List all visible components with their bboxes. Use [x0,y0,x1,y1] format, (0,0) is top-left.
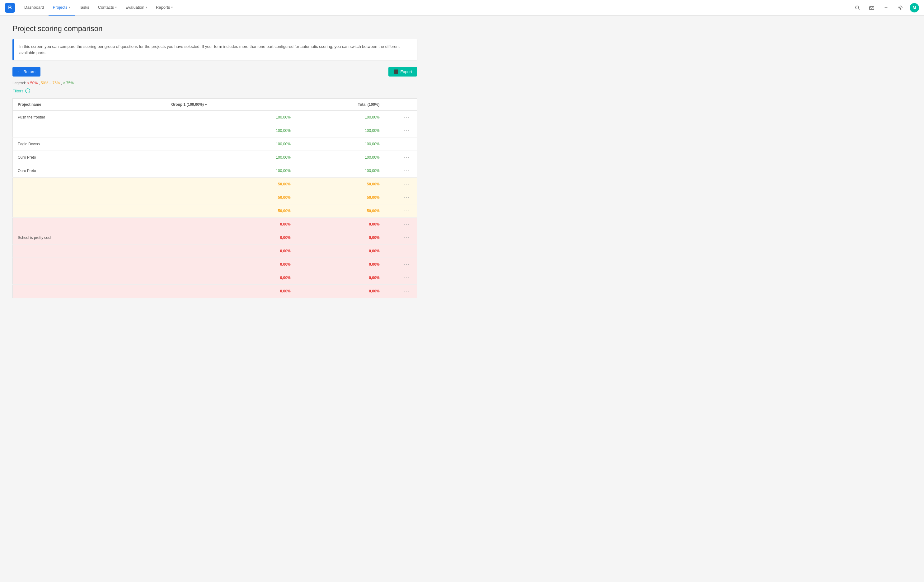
row-actions-button[interactable]: ··· [402,274,412,281]
nav-item-reports[interactable]: Reports ▾ [152,0,177,16]
cell-group-value: 0,00% [166,258,295,271]
table-row: 0,00%0,00%··· [13,218,417,231]
cell-action: ··· [384,164,417,178]
cell-group-value: 100,00% [166,164,295,178]
cell-action: ··· [384,191,417,204]
table-row: 0,00%0,00%··· [13,244,417,258]
cell-group-value: 50,00% [166,191,295,204]
row-actions-button[interactable]: ··· [402,288,412,295]
table-row: 100,00%100,00%··· [13,124,417,137]
table-row: Ouro Preto100,00%100,00%··· [13,151,417,164]
cell-total-value: 100,00% [295,151,384,164]
row-actions-button[interactable]: ··· [402,221,412,228]
cell-total-value: 100,00% [295,111,384,124]
chevron-down-icon: ▾ [69,6,70,9]
legend: Legend: < 50% , 50% – 75% , > 75% [12,81,417,85]
cell-total-value: 100,00% [295,124,384,137]
row-actions-button[interactable]: ··· [402,127,412,134]
cell-group-value: 0,00% [166,244,295,258]
cell-action: ··· [384,137,417,151]
row-actions-button[interactable]: ··· [402,194,412,201]
cell-total-value: 50,00% [295,191,384,204]
cell-action: ··· [384,151,417,164]
score-table: Project name Group 1 (100,00%) ▾ Total (… [12,98,417,298]
chevron-down-icon: ▾ [115,6,117,9]
nav-item-dashboard[interactable]: Dashboard [20,0,49,16]
group-col-toggle[interactable]: Group 1 (100,00%) ▾ [171,102,207,107]
row-actions-button[interactable]: ··· [402,261,412,268]
inbox-button[interactable] [867,3,877,13]
search-button[interactable] [852,3,862,13]
app-logo[interactable]: B [5,3,15,13]
table-row: 50,00%50,00%··· [13,204,417,218]
cell-project-name: School is pretty cool [13,231,167,244]
cell-group-value: 0,00% [166,231,295,244]
nav-item-contacts[interactable]: Contacts ▾ [94,0,121,16]
col-header-total: Total (100%) [295,99,384,111]
add-button[interactable]: + [881,3,891,13]
cell-action: ··· [384,204,417,218]
settings-button[interactable] [895,3,905,13]
cell-group-value: 100,00% [166,111,295,124]
table-row: 0,00%0,00%··· [13,258,417,271]
cell-total-value: 100,00% [295,137,384,151]
cell-total-value: 0,00% [295,231,384,244]
svg-point-0 [856,6,859,9]
toolbar: ← Return ⬛ Export [12,67,417,76]
cell-total-value: 0,00% [295,258,384,271]
chevron-down-icon: ▾ [146,6,147,9]
cell-total-value: 100,00% [295,164,384,178]
row-actions-button[interactable]: ··· [402,114,412,121]
cell-action: ··· [384,258,417,271]
svg-text:i: i [28,90,28,93]
cell-action: ··· [384,111,417,124]
cell-project-name: Push the frontier [13,111,167,124]
cell-project-name: Ouro Preto [13,164,167,178]
main-content: Project scoring comparison In this scree… [0,16,429,307]
cell-action: ··· [384,285,417,298]
cell-action: ··· [384,218,417,231]
filters-row[interactable]: Filters i [12,88,417,93]
chevron-down-icon: ▾ [171,6,173,9]
cell-action: ··· [384,231,417,244]
cell-project-name [13,258,167,271]
col-header-name: Project name [13,99,167,111]
cell-group-value: 0,00% [166,218,295,231]
info-box: In this screen you can compare the scori… [12,39,417,60]
cell-action: ··· [384,178,417,191]
row-actions-button[interactable]: ··· [402,208,412,214]
return-button[interactable]: ← Return [12,67,40,76]
nav-right: + M [852,3,919,13]
row-actions-button[interactable]: ··· [402,154,412,161]
table-row: 0,00%0,00%··· [13,285,417,298]
row-actions-button[interactable]: ··· [402,247,412,254]
table-row: 50,00%50,00%··· [13,191,417,204]
row-actions-button[interactable]: ··· [402,167,412,174]
nav-item-evaluation[interactable]: Evaluation ▾ [121,0,152,16]
cell-group-value: 0,00% [166,285,295,298]
cell-total-value: 0,00% [295,218,384,231]
col-header-action [384,99,417,111]
nav-item-projects[interactable]: Projects ▾ [49,0,75,16]
cell-group-value: 50,00% [166,178,295,191]
cell-project-name [13,271,167,285]
export-button[interactable]: ⬛ Export [388,67,417,76]
cell-project-name [13,244,167,258]
user-avatar[interactable]: M [910,3,919,12]
cell-group-value: 100,00% [166,137,295,151]
row-actions-button[interactable]: ··· [402,181,412,188]
col-header-group[interactable]: Group 1 (100,00%) ▾ [166,99,295,111]
nav-item-tasks[interactable]: Tasks [75,0,94,16]
cell-total-value: 0,00% [295,271,384,285]
row-actions-button[interactable]: ··· [402,140,412,147]
navbar: B Dashboard Projects ▾ Tasks Contacts ▾ … [0,0,924,16]
svg-line-1 [858,9,860,10]
cell-action: ··· [384,271,417,285]
cell-action: ··· [384,244,417,258]
info-icon: i [25,88,30,93]
cell-total-value: 0,00% [295,244,384,258]
cell-project-name [13,124,167,137]
table-row: 0,00%0,00%··· [13,271,417,285]
table-row: Ouro Preto100,00%100,00%··· [13,164,417,178]
row-actions-button[interactable]: ··· [402,234,412,241]
